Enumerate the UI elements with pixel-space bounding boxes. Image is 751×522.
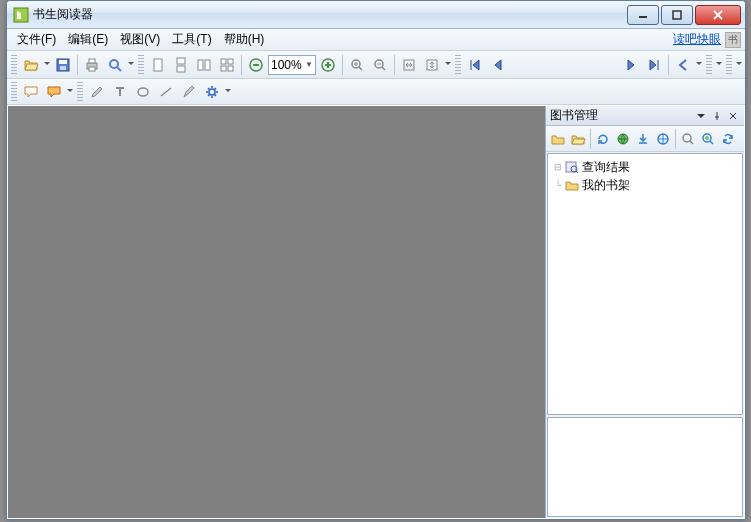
- tree-label: 我的书架: [582, 177, 630, 194]
- zoom-out-button[interactable]: [245, 54, 267, 76]
- toolbar-grip[interactable]: [726, 55, 732, 75]
- open-button[interactable]: [20, 54, 42, 76]
- menu-view[interactable]: 视图(V): [114, 29, 166, 50]
- toolbar-grip[interactable]: [455, 55, 461, 75]
- download-button[interactable]: [633, 129, 653, 149]
- page-single-button[interactable]: [147, 54, 169, 76]
- last-page-button[interactable]: [643, 54, 665, 76]
- minimize-button[interactable]: [627, 5, 659, 25]
- open-folder-button[interactable]: [568, 129, 588, 149]
- tree-node-search-results[interactable]: ⊟ 查询结果: [552, 158, 738, 176]
- window-title: 书生阅读器: [33, 6, 625, 23]
- magnify-in-button[interactable]: [346, 54, 368, 76]
- toolbar-overflow-4[interactable]: [715, 54, 723, 76]
- save-button[interactable]: [52, 54, 74, 76]
- toolbar-overflow-5[interactable]: [735, 54, 743, 76]
- pencil-button[interactable]: [86, 81, 108, 103]
- globe-button[interactable]: [613, 129, 633, 149]
- magnify-out-button[interactable]: [369, 54, 391, 76]
- settings-button[interactable]: [201, 81, 223, 103]
- search-results-icon: [564, 159, 580, 175]
- svg-point-24: [138, 88, 148, 96]
- toolbar-overflow-1[interactable]: [127, 54, 135, 76]
- next-page-button[interactable]: [620, 54, 642, 76]
- annot-overflow-1[interactable]: [66, 81, 74, 103]
- quick-link[interactable]: 读吧快眼: [673, 31, 721, 48]
- document-view[interactable]: [8, 106, 545, 518]
- svg-rect-16: [221, 66, 226, 71]
- preview-pane[interactable]: [547, 417, 743, 517]
- svg-rect-9: [154, 59, 162, 71]
- svg-rect-12: [198, 60, 203, 70]
- svg-rect-14: [221, 59, 226, 64]
- refresh-button[interactable]: [593, 129, 613, 149]
- web-button[interactable]: [653, 129, 673, 149]
- pin-icon[interactable]: [710, 109, 724, 123]
- title-bar[interactable]: 书生阅读器: [7, 1, 745, 29]
- side-panel: 图书管理 ⊟: [545, 106, 744, 518]
- close-button[interactable]: [695, 5, 741, 25]
- toolbar-grip[interactable]: [706, 55, 712, 75]
- folder-icon: [564, 177, 580, 193]
- text-tool-button[interactable]: [109, 81, 131, 103]
- zoom-in-button[interactable]: [317, 54, 339, 76]
- svg-point-25: [209, 89, 215, 95]
- page-grid-button[interactable]: [216, 54, 238, 76]
- search-web-button[interactable]: [698, 129, 718, 149]
- svg-rect-4: [60, 66, 66, 70]
- tree-node-my-shelf[interactable]: └ 我的书架: [552, 176, 738, 194]
- toolbar-grip[interactable]: [77, 82, 83, 102]
- book-icon[interactable]: 书: [725, 32, 741, 48]
- svg-point-30: [705, 136, 709, 140]
- fit-width-button[interactable]: [398, 54, 420, 76]
- svg-rect-6: [89, 59, 95, 63]
- tree-connector: └: [552, 180, 564, 190]
- svg-point-28: [683, 134, 691, 142]
- zoom-combo[interactable]: 100%▼: [268, 55, 316, 75]
- line-tool-button[interactable]: [155, 81, 177, 103]
- comment-button[interactable]: [20, 81, 42, 103]
- book-tree[interactable]: ⊟ 查询结果 └ 我的书架: [547, 153, 743, 415]
- maximize-button[interactable]: [661, 5, 693, 25]
- panel-toolbar: [546, 126, 744, 152]
- svg-rect-11: [177, 66, 185, 72]
- menu-help[interactable]: 帮助(H): [218, 29, 271, 50]
- toolbar-grip[interactable]: [11, 55, 17, 75]
- find-button[interactable]: [104, 54, 126, 76]
- menu-edit[interactable]: 编辑(E): [62, 29, 114, 50]
- svg-rect-17: [228, 66, 233, 71]
- highlight-tool-button[interactable]: [178, 81, 200, 103]
- panel-menu-icon[interactable]: [694, 109, 708, 123]
- panel-title: 图书管理: [550, 107, 692, 124]
- search-button[interactable]: [678, 129, 698, 149]
- print-button[interactable]: [81, 54, 103, 76]
- comment-active-button[interactable]: [43, 81, 65, 103]
- nav-back-button[interactable]: [672, 54, 694, 76]
- new-folder-button[interactable]: [548, 129, 568, 149]
- annot-overflow-2[interactable]: [224, 81, 232, 103]
- app-icon: [13, 7, 29, 23]
- fit-page-button[interactable]: [421, 54, 443, 76]
- svg-point-8: [110, 60, 118, 68]
- app-window: 书生阅读器 文件(F) 编辑(E) 视图(V) 工具(T) 帮助(H) 读吧快眼…: [6, 0, 746, 520]
- prev-page-button[interactable]: [487, 54, 509, 76]
- sync-button[interactable]: [718, 129, 738, 149]
- ellipse-tool-button[interactable]: [132, 81, 154, 103]
- menu-tools[interactable]: 工具(T): [166, 29, 217, 50]
- panel-close-icon[interactable]: [726, 109, 740, 123]
- open-dropdown[interactable]: [43, 54, 51, 76]
- panel-header[interactable]: 图书管理: [546, 106, 744, 126]
- toolbar-overflow-3[interactable]: [695, 54, 703, 76]
- menu-file[interactable]: 文件(F): [11, 29, 62, 50]
- svg-rect-10: [177, 58, 185, 64]
- first-page-button[interactable]: [464, 54, 486, 76]
- toolbar-grip[interactable]: [11, 82, 17, 102]
- toolbar-overflow-2[interactable]: [444, 54, 452, 76]
- client-area: 图书管理 ⊟: [8, 106, 744, 518]
- toolbar-grip[interactable]: [138, 55, 144, 75]
- page-facing-button[interactable]: [193, 54, 215, 76]
- page-continuous-button[interactable]: [170, 54, 192, 76]
- zoom-value: 100%: [271, 58, 305, 72]
- svg-rect-7: [89, 67, 95, 71]
- tree-label: 查询结果: [582, 159, 630, 176]
